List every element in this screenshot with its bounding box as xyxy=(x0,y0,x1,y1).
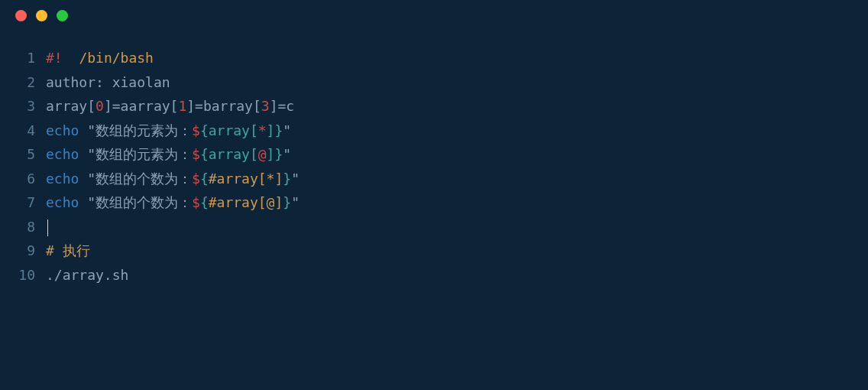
code-token: } xyxy=(283,171,291,187)
code-token xyxy=(63,50,79,66)
code-token: echo xyxy=(46,171,79,187)
code-token: ]=c xyxy=(270,98,295,114)
minimize-icon[interactable] xyxy=(36,10,47,21)
code-line[interactable]: 7echo "数组的个数为：${#array[@]}" xyxy=(0,190,853,215)
close-icon[interactable] xyxy=(15,10,27,21)
code-token: {array[ xyxy=(200,122,258,138)
maximize-icon[interactable] xyxy=(57,10,68,21)
code-token: { xyxy=(200,171,209,187)
code-token: ]=barray[ xyxy=(186,98,261,114)
code-token: echo xyxy=(46,122,79,138)
code-line[interactable]: 8 xyxy=(0,215,853,239)
cursor-icon xyxy=(47,219,48,236)
code-line[interactable]: 9# 执行 xyxy=(0,239,853,263)
line-number: 3 xyxy=(0,94,46,119)
code-token: " xyxy=(283,122,291,138)
code-token: #array[*] xyxy=(209,171,283,187)
code-token: " xyxy=(291,171,300,187)
code-token: ./array.sh xyxy=(46,267,128,283)
code-content[interactable]: echo "数组的个数为：${#array[*]}" xyxy=(46,167,300,191)
code-token: /bin/bash xyxy=(79,50,154,66)
code-token: } xyxy=(283,194,291,210)
code-token: ]=aarray[ xyxy=(104,98,179,114)
code-token: ]} xyxy=(267,146,283,162)
code-line[interactable]: 3array[0]=aarray[1]=barray[3]=c xyxy=(0,94,853,119)
code-line[interactable]: 1#! /bin/bash xyxy=(0,46,853,70)
code-token: { xyxy=(200,194,209,210)
code-token: " xyxy=(283,146,291,162)
code-token: 0 xyxy=(96,98,104,114)
line-number: 6 xyxy=(0,167,46,191)
code-token: $ xyxy=(192,194,200,210)
code-line[interactable]: 5echo "数组的元素为：${array[@]}" xyxy=(0,142,853,167)
code-token: author: xiaolan xyxy=(46,74,170,90)
code-token: $ xyxy=(192,146,200,162)
code-token: #array[@] xyxy=(209,194,283,210)
code-token: "数组的个数为： xyxy=(79,171,192,187)
code-token: 1 xyxy=(178,98,186,114)
code-token: "数组的元素为： xyxy=(79,146,192,162)
code-content[interactable]: echo "数组的个数为：${#array[@]}" xyxy=(46,190,300,215)
line-number: 8 xyxy=(0,215,46,239)
code-token: echo xyxy=(46,194,79,210)
code-token: # 执行 xyxy=(46,242,90,258)
code-token: array[ xyxy=(46,98,96,114)
code-content[interactable]: ./array.sh xyxy=(46,263,128,288)
code-token: * xyxy=(258,122,267,138)
code-editor[interactable]: 1#! /bin/bash2author: xiaolan3array[0]=a… xyxy=(0,31,868,302)
line-number: 7 xyxy=(0,190,46,215)
line-number: 9 xyxy=(0,239,46,263)
line-number: 1 xyxy=(0,46,46,70)
code-token: " xyxy=(291,194,300,210)
line-number: 5 xyxy=(0,142,46,167)
code-content[interactable]: # 执行 xyxy=(46,239,90,263)
code-token: $ xyxy=(192,122,200,138)
code-token: #! xyxy=(46,50,63,66)
code-token: ]} xyxy=(267,122,283,138)
code-token: 3 xyxy=(261,98,270,114)
code-line[interactable]: 10./array.sh xyxy=(0,263,853,288)
code-content[interactable]: #! /bin/bash xyxy=(46,46,154,70)
code-content[interactable] xyxy=(46,215,48,239)
code-content[interactable]: array[0]=aarray[1]=barray[3]=c xyxy=(46,94,294,119)
line-number: 4 xyxy=(0,119,46,143)
code-token: echo xyxy=(46,146,79,162)
code-token: {array[ xyxy=(200,146,258,162)
line-number: 10 xyxy=(0,263,46,288)
code-line[interactable]: 4echo "数组的元素为：${array[*]}" xyxy=(0,119,853,143)
code-content[interactable]: echo "数组的元素为：${array[*]}" xyxy=(46,119,291,143)
line-number: 2 xyxy=(0,70,46,95)
code-content[interactable]: author: xiaolan xyxy=(46,70,170,95)
code-line[interactable]: 6echo "数组的个数为：${#array[*]}" xyxy=(0,167,853,191)
code-content[interactable]: echo "数组的元素为：${array[@]}" xyxy=(46,142,291,167)
code-token: @ xyxy=(258,146,267,162)
code-token: $ xyxy=(192,171,200,187)
code-token: "数组的个数为： xyxy=(79,194,192,210)
code-token: "数组的元素为： xyxy=(79,122,192,138)
titlebar xyxy=(0,0,868,31)
code-line[interactable]: 2author: xiaolan xyxy=(0,70,853,95)
